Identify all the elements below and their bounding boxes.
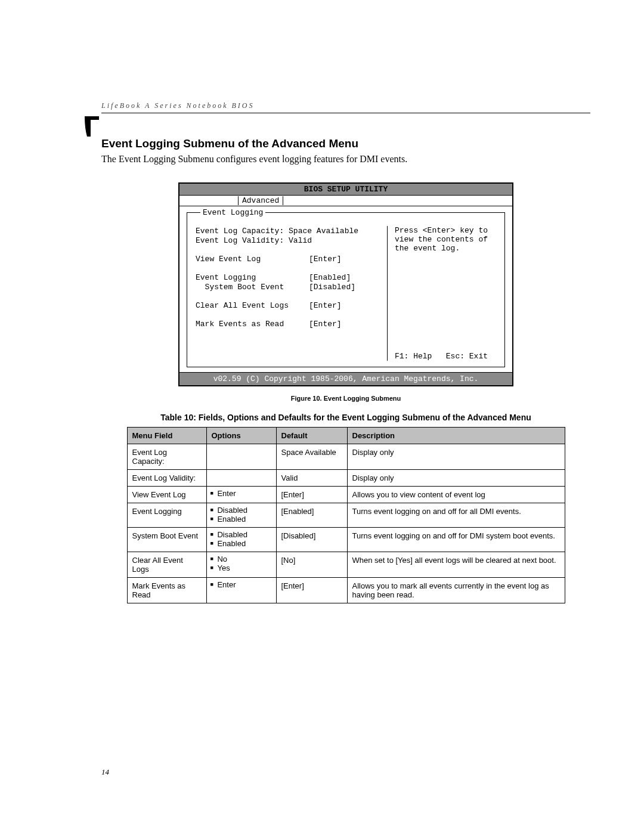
- options-list: Enter: [210, 580, 273, 589]
- cell-options: [206, 470, 276, 487]
- th-options: Options: [206, 428, 276, 444]
- page: LifeBook A Series Notebook BIOS Event Lo…: [0, 0, 644, 833]
- bios-setting-value: [Enabled]: [309, 273, 351, 282]
- bios-setting-value: [Enter]: [309, 301, 342, 310]
- bios-inner: Event Logging Event Log Capacity: Space …: [187, 212, 505, 367]
- cell-options: Enter: [206, 578, 276, 603]
- th-default: Default: [276, 428, 347, 444]
- options-list: NoYes: [210, 555, 273, 572]
- cell-description: When set to [Yes] all event logs will be…: [347, 552, 565, 578]
- figure-caption: Figure 10. Event Logging Submenu: [101, 395, 590, 402]
- option-item: Enter: [210, 580, 273, 589]
- table-title: Table 10: Fields, Options and Defaults f…: [101, 413, 590, 422]
- bios-setting-value: [Enter]: [309, 320, 342, 329]
- option-item: Enabled: [210, 515, 273, 524]
- cell-description: Allows you to mark all events currently …: [347, 578, 565, 603]
- cell-field: System Boot Event: [127, 528, 206, 552]
- bios-setting-label: Clear All Event Logs: [196, 301, 309, 310]
- table-row: Clear All Event LogsNoYes[No]When set to…: [127, 552, 565, 578]
- options-list: DisabledEnabled: [210, 506, 273, 524]
- bios-setting-row[interactable]: Event Log Validity: Valid: [196, 236, 381, 245]
- cell-field: Mark Events as Read: [127, 578, 206, 603]
- corner-ornament: [85, 116, 99, 137]
- option-item: Enabled: [210, 539, 273, 548]
- option-item: Enter: [210, 489, 273, 498]
- cell-field: View Event Log: [127, 487, 206, 503]
- bios-setting-row[interactable]: Mark Events as Read[Enter]: [196, 320, 381, 329]
- option-item: Disabled: [210, 506, 273, 515]
- cell-default: [Enter]: [276, 578, 347, 603]
- cell-default: [No]: [276, 552, 347, 578]
- table-row: Event LoggingDisabledEnabled[Enabled]Tur…: [127, 503, 565, 528]
- cell-description: Turns event logging on and off for all D…: [347, 503, 565, 528]
- bios-tab-advanced[interactable]: Advanced: [238, 196, 283, 205]
- cell-default: [Enabled]: [276, 503, 347, 528]
- cell-options: DisabledEnabled: [206, 503, 276, 528]
- bios-gap: [196, 292, 381, 301]
- table-row: View Event LogEnter[Enter]Allows you to …: [127, 487, 565, 503]
- table-header-row: Menu Field Options Default Description: [127, 428, 565, 444]
- bios-setting-row[interactable]: Event Log Capacity: Space Available: [196, 227, 381, 236]
- option-item: No: [210, 555, 273, 563]
- page-number: 14: [101, 767, 109, 777]
- bios-screenshot: BIOS SETUP UTILITY Advanced Event Loggin…: [178, 182, 513, 386]
- cell-options: Enter: [206, 487, 276, 503]
- bios-setting-label: Event Logging: [196, 273, 309, 282]
- th-field: Menu Field: [127, 428, 206, 444]
- cell-default: Space Available: [276, 444, 347, 470]
- cell-field: Clear All Event Logs: [127, 552, 206, 578]
- intro-paragraph: The Event Logging Submenu configures eve…: [101, 154, 590, 165]
- bios-title: BIOS SETUP UTILITY: [179, 184, 512, 196]
- bios-copyright: v02.59 (C) Copyright 1985-2006, American…: [179, 372, 512, 385]
- option-item: Disabled: [210, 530, 273, 539]
- cell-default: [Enter]: [276, 487, 347, 503]
- options-list: DisabledEnabled: [210, 530, 273, 548]
- bios-left-panel: Event Logging Event Log Capacity: Space …: [196, 226, 388, 361]
- cell-options: DisabledEnabled: [206, 528, 276, 552]
- bios-gap: [196, 264, 381, 272]
- bios-setting-label: View Event Log: [196, 255, 309, 264]
- running-head: LifeBook A Series Notebook BIOS: [101, 101, 590, 113]
- bios-setting-row[interactable]: System Boot Event[Disabled]: [196, 283, 381, 292]
- bios-body: Event Logging Event Log Capacity: Space …: [179, 206, 512, 372]
- cell-field: Event Logging: [127, 503, 206, 528]
- bios-help-text: Press <Enter> key to view the contents o…: [395, 226, 496, 253]
- bios-gap: [196, 311, 381, 319]
- th-description: Description: [347, 428, 565, 444]
- bios-setting-label: System Boot Event: [196, 283, 309, 292]
- bios-setting-row[interactable]: View Event Log[Enter]: [196, 255, 381, 264]
- bios-setting-value: [Disabled]: [309, 283, 355, 292]
- bios-setting-label: Mark Events as Read: [196, 320, 309, 329]
- cell-options: NoYes: [206, 552, 276, 578]
- bios-right-panel: Press <Enter> key to view the contents o…: [395, 226, 496, 361]
- cell-description: Display only: [347, 444, 565, 470]
- table-row: Mark Events as ReadEnter[Enter]Allows yo…: [127, 578, 565, 603]
- bios-key-legend: F1: Help Esc: Exit: [395, 352, 496, 361]
- cell-description: Allows you to view content of event log: [347, 487, 565, 503]
- bios-setting-label: Event Log Validity: Valid: [196, 236, 309, 245]
- cell-default: Valid: [276, 470, 347, 487]
- bios-setting-label: Event Log Capacity: Space Available: [196, 227, 309, 236]
- bios-panel-title: Event Logging: [200, 208, 265, 217]
- cell-field: Event Log Validity:: [127, 470, 206, 487]
- bios-setting-row[interactable]: Event Logging[Enabled]: [196, 273, 381, 282]
- cell-description: Turns event logging on and off for DMI s…: [347, 528, 565, 552]
- bios-setting-row[interactable]: Clear All Event Logs[Enter]: [196, 301, 381, 310]
- options-list: Enter: [210, 489, 273, 498]
- bios-setting-value: [Enter]: [309, 255, 342, 264]
- cell-default: [Disabled]: [276, 528, 347, 552]
- section-title: Event Logging Submenu of the Advanced Me…: [101, 137, 590, 150]
- cell-options: [206, 444, 276, 470]
- option-item: Yes: [210, 563, 273, 572]
- bios-menubar: Advanced: [179, 196, 512, 206]
- table-row: Event Log Validity:ValidDisplay only: [127, 470, 565, 487]
- table-row: System Boot EventDisabledEnabled[Disable…: [127, 528, 565, 552]
- table-row: Event Log Capacity:Space AvailableDispla…: [127, 444, 565, 470]
- cell-field: Event Log Capacity:: [127, 444, 206, 470]
- bios-gap: [196, 246, 381, 254]
- cell-description: Display only: [347, 470, 565, 487]
- options-table: Menu Field Options Default Description E…: [127, 427, 565, 603]
